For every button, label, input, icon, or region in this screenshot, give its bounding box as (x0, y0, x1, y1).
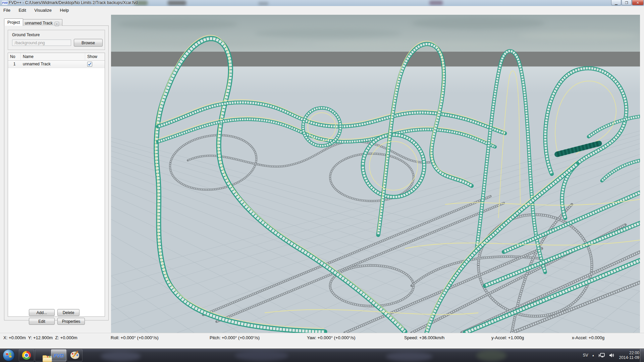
add-button[interactable]: Add... (29, 309, 55, 316)
window-title: FVD++ - C:/Users/Widmark/Desktop/No Limi… (9, 0, 138, 5)
edit-button[interactable]: Edit (29, 318, 55, 325)
menu-edit[interactable]: Edit (15, 6, 29, 13)
close-icon: ✕ (636, 1, 639, 5)
status-roll: Roll: +0.000° (+0.000°/s) (111, 335, 159, 340)
taskbar-wallpaper-blob (235, 350, 288, 361)
project-panel: Project unnamed Track✕ Ground Texture :/… (0, 15, 111, 333)
network-icon[interactable] (598, 353, 605, 358)
column-show: Show (85, 53, 105, 60)
column-no: No (8, 53, 21, 60)
taskbar-chrome-button[interactable] (19, 349, 34, 361)
taskbar-wallpaper-blob (101, 351, 141, 361)
menu-bar: File Edit Visualize Help (0, 6, 644, 15)
tab-unnamed-track-label: unnamed Track (25, 21, 53, 25)
main-area: Project unnamed Track✕ Ground Texture :/… (0, 15, 644, 333)
status-position: X: +0.000m Y: +12.900m Z: +0.000m (3, 335, 77, 340)
desktop-bleed-blob (168, 1, 186, 5)
row-track-name: unnamed Track (21, 61, 85, 68)
track-table[interactable]: No Name Show 1 unnamed Track (8, 53, 105, 317)
column-name: Name (21, 53, 85, 60)
language-indicator[interactable]: SV (583, 353, 588, 358)
taskbar: FVD SV ▲ 22:00 2014-11-09 (0, 349, 644, 362)
row-number: 1 (8, 61, 21, 68)
menu-file[interactable]: File (0, 6, 14, 13)
taskbar-wallpaper-blob (386, 352, 433, 361)
status-x-accel: x-Accel: +0.000g (572, 335, 604, 340)
status-y-accel: y-Accel: +1.000g (491, 335, 524, 340)
desktop-bleed-blob (258, 2, 268, 5)
clock[interactable]: 22:00 2014-11-09 (619, 351, 640, 360)
status-speed: Speed: +36.000km/h (404, 335, 444, 340)
taskbar-fvd-button[interactable]: FVD (51, 349, 66, 361)
system-tray: SV ▲ 22:00 2014-11-09 (583, 349, 639, 362)
delete-button[interactable]: Delete (57, 309, 79, 316)
table-header-row: No Name Show (8, 53, 105, 61)
tab-project[interactable]: Project (4, 18, 23, 26)
window-border (640, 15, 644, 333)
clock-date: 2014-11-09 (619, 355, 640, 360)
tray-expand-icon[interactable]: ▲ (592, 354, 595, 357)
taskbar-explorer-button[interactable] (35, 349, 50, 361)
windows-flag-icon (6, 353, 12, 358)
browse-button[interactable]: Browse (74, 39, 103, 47)
clock-time: 22:00 (619, 351, 640, 355)
chrome-icon (22, 351, 31, 360)
properties-button[interactable]: Properties (57, 318, 85, 325)
project-groupbox: Ground Texture :/background.png Browse N… (4, 25, 109, 320)
minimize-icon: ▁ (615, 1, 618, 5)
restore-icon: ❐ (625, 1, 628, 5)
close-button[interactable]: ✕ (632, 0, 644, 5)
menu-help[interactable]: Help (57, 6, 72, 13)
menu-visualize[interactable]: Visualize (31, 6, 55, 13)
start-button[interactable] (3, 349, 15, 361)
ground-texture-label: Ground Texture (12, 33, 40, 37)
desktop-bleed-blob (429, 1, 443, 5)
show-desktop-button[interactable] (640, 349, 644, 362)
fvd-app-icon: FVD (2, 1, 8, 5)
coaster-scene (111, 15, 640, 333)
tab-close-icon[interactable]: ✕ (55, 22, 59, 26)
show-checkbox[interactable] (87, 62, 92, 67)
status-pitch: Pitch: +0.000° (+0.000°/s) (210, 335, 260, 340)
3d-viewport[interactable] (111, 15, 640, 333)
restore-button[interactable]: ❐ (622, 0, 632, 5)
paint-palette-icon (70, 352, 79, 359)
tab-unnamed-track[interactable]: unnamed Track✕ (21, 19, 62, 26)
table-row[interactable]: 1 unnamed Track (8, 61, 105, 68)
taskbar-wallpaper-blob (476, 350, 506, 361)
minimize-button[interactable]: ▁ (611, 0, 621, 5)
title-bar[interactable]: FVD FVD++ - C:/Users/Widmark/Desktop/No … (0, 0, 644, 6)
fvd-icon: FVD (54, 353, 64, 358)
taskbar-paint-button[interactable] (67, 349, 83, 361)
status-yaw: Yaw: +0.000° (+0.000°/s) (307, 335, 356, 340)
speaker-icon[interactable] (609, 353, 614, 358)
ground-texture-path-input[interactable]: :/background.png (12, 40, 71, 46)
check-icon (88, 62, 92, 66)
status-bar: X: +0.000m Y: +12.900m Z: +0.000m Roll: … (0, 333, 644, 349)
ground-texture-groupbox: Ground Texture :/background.png Browse (8, 30, 105, 50)
